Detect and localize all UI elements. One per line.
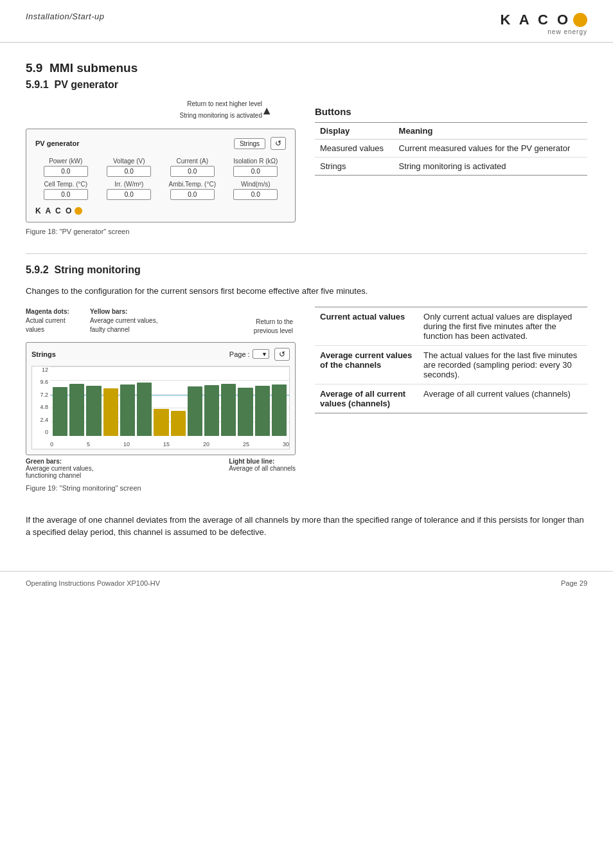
power-field: Power (kW) 0.0 (34, 158, 98, 177)
page-control: Page : ▼ ↺ (229, 348, 290, 361)
col-meaning: Meaning (394, 123, 587, 140)
top-label1: Return to next higher level (187, 100, 262, 107)
pv-fields-row2: Cell Temp. (°C) 0.0 Irr. (W/m²) 0.0 Ambi… (31, 181, 290, 200)
page-footer: Operating Instructions Powador XP100-HV … (0, 571, 613, 595)
page-header: Installation/Start-up K A C O new energy (0, 0, 613, 43)
chart-bars (50, 366, 289, 436)
string-back-button[interactable]: ↺ (274, 348, 290, 361)
table-row: Current actual values Only current actua… (315, 307, 587, 345)
table-row: Average of all current values (channels)… (315, 384, 587, 413)
sm-desc: The actual values for the last five minu… (418, 345, 587, 384)
footer-left: Operating Instructions Powador XP100-HV (26, 579, 160, 587)
section-592-title: 5.9.2 String monitoring (26, 264, 587, 276)
table-row: Measured values Current measured values … (315, 140, 587, 158)
buttons-heading: Buttons (315, 106, 587, 117)
current-field: Current (A) 0.0 (161, 158, 224, 177)
string-screen-col: Magenta dots:Actual currentvalues Yellow… (26, 307, 296, 503)
bar (171, 411, 186, 436)
sm-table-col: Current actual values Only current actua… (315, 307, 587, 503)
string-monitoring-table: Current actual values Only current actua… (315, 307, 587, 413)
bar (137, 383, 152, 435)
screen-kaco-sun (75, 207, 82, 215)
meaning-cell: Current measured values for the PV gener… (394, 140, 587, 158)
magenta-label: Magenta dots:Actual currentvalues (26, 307, 69, 334)
bar (188, 386, 202, 436)
table-row: Average current values of the channels T… (315, 345, 587, 384)
back-button[interactable]: ↺ (271, 137, 286, 150)
section-59-title: 5.9 MMI submenus (26, 61, 587, 75)
bar (103, 388, 118, 435)
pv-screen-col: Return to next higher level String monit… (26, 100, 296, 247)
string-nav-row: Strings Page : ▼ ↺ (31, 348, 290, 361)
kaco-sun-icon (573, 13, 587, 27)
strings-button[interactable]: Strings (234, 138, 265, 149)
bar (272, 384, 287, 436)
display-cell: Measured values (315, 140, 394, 158)
pv-generator-section: Return to next higher level String monit… (26, 100, 587, 247)
bar (86, 386, 101, 436)
pv-buttons-table: Display Meaning Measured values Current … (315, 122, 587, 176)
bar (204, 385, 219, 436)
bar (255, 386, 270, 436)
ambitemp-field: Ambi.Temp. (°C) 0.0 (161, 181, 224, 200)
screen-nav-label: PV generator (35, 140, 79, 147)
display-cell: Strings (315, 158, 394, 176)
table-row: Strings String monitoring is activated (315, 158, 587, 176)
section-divider (26, 253, 587, 254)
chevron-down-icon: ▼ (262, 351, 267, 357)
celltemp-field: Cell Temp. (°C) 0.0 (34, 181, 98, 200)
chart-y-labels: 12 9.6 7.2 4.8 2.4 0 (32, 366, 50, 436)
kaco-subtitle: new energy (547, 28, 587, 35)
isolation-field: Isolation R (kΩ) 0.0 (224, 158, 288, 177)
page-dropdown[interactable]: ▼ (253, 349, 269, 359)
col-display: Display (315, 123, 394, 140)
light-blue-label: Light blue line:Average of all channels (229, 458, 296, 479)
sm-term: Average of all current values (channels) (315, 384, 418, 413)
bar (154, 409, 168, 435)
bar (221, 384, 236, 436)
pv-table-col: Buttons Display Meaning Measured values … (315, 100, 587, 247)
sm-desc: Average of all current values (channels) (418, 384, 587, 413)
screen-kaco-logo: K A C O (31, 204, 290, 217)
screen-nav-row: PV generator Strings ↺ (31, 134, 290, 152)
pv-generator-screen: PV generator Strings ↺ Power (kW) 0.0 (26, 129, 296, 222)
string-monitoring-section: Magenta dots:Actual currentvalues Yellow… (26, 307, 587, 503)
string-chart: 12 9.6 7.2 4.8 2.4 0 (31, 366, 290, 449)
kaco-logo-text: K A C O (501, 12, 587, 28)
header-title: Installation/Start-up (26, 12, 105, 21)
irr-field: Irr. (W/m²) 0.0 (98, 181, 161, 200)
pv-fields-row1: Power (kW) 0.0 Voltage (V) 0.0 Current (… (31, 158, 290, 177)
bar (53, 387, 67, 436)
figure18-caption: Figure 18: "PV generator" screen (26, 228, 296, 235)
section-591-title: 5.9.1 PV generator (26, 79, 587, 91)
return-label: Return to theprevious level (254, 318, 293, 336)
figure19-caption: Figure 19: "String monitoring" screen (26, 484, 296, 492)
bottom-body-text: If the average of one channel deviates f… (26, 514, 587, 539)
arrow-up-icon: ▲ (261, 104, 272, 118)
green-bars-label: Green bars:Average current values,functi… (26, 458, 93, 479)
string-monitoring-screen: Strings Page : ▼ ↺ (26, 342, 296, 455)
body-text-592: Changes to the configuration for the cur… (26, 285, 587, 298)
bar (238, 388, 253, 436)
page-label: Page : (229, 350, 250, 358)
sm-term: Current actual values (315, 307, 418, 345)
kaco-logo: K A C O new energy (501, 12, 587, 35)
sm-term: Average current values of the channels (315, 345, 418, 384)
yellow-bars-label: Yellow bars:Average current values,fault… (90, 307, 157, 334)
string-bottom-labels: Green bars:Average current values,functi… (26, 458, 296, 479)
bar (120, 384, 135, 436)
strings-nav-label: Strings (31, 350, 56, 358)
meaning-cell: String monitoring is activated (394, 158, 587, 176)
top-label2: String monitoring is activated (180, 112, 262, 119)
chart-x-labels: 0 5 10 15 20 25 30 (50, 441, 289, 448)
page-content: 5.9 MMI submenus 5.9.1 PV generator Retu… (0, 43, 613, 552)
voltage-field: Voltage (V) 0.0 (98, 158, 161, 177)
bar (69, 384, 84, 436)
footer-right: Page 29 (561, 579, 587, 587)
sm-desc: Only current actual values are displayed… (418, 307, 587, 345)
wind-field: Wind(m/s) 0.0 (224, 181, 288, 200)
